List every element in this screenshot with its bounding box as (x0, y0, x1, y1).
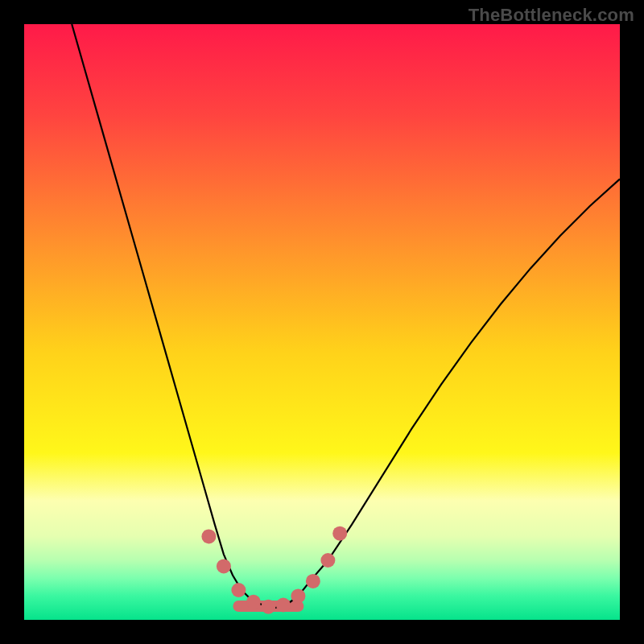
highlight-point (217, 559, 231, 573)
highlight-point (201, 529, 216, 543)
chart-frame: TheBottleneck.com (0, 0, 644, 644)
chart-svg (24, 24, 620, 620)
highlight-point (261, 600, 275, 614)
plot-area (24, 24, 620, 620)
highlight-point (246, 595, 261, 609)
highlight-point (332, 526, 347, 541)
highlight-point (231, 583, 246, 597)
watermark-text: TheBottleneck.com (469, 5, 634, 26)
highlight-point (306, 574, 320, 588)
highlight-point (291, 588, 305, 603)
chart-background-gradient (24, 24, 620, 620)
highlight-point (320, 553, 335, 568)
highlight-point (276, 598, 291, 613)
